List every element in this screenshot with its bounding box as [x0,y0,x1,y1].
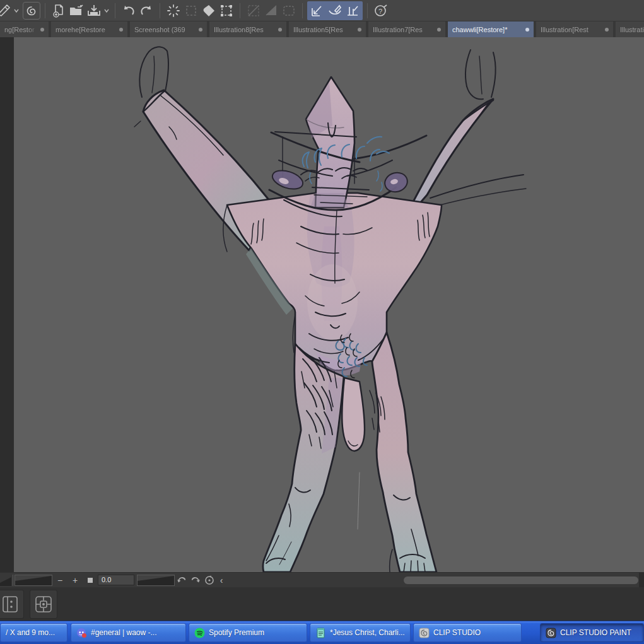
rotate-left-button[interactable] [175,573,189,587]
toolbar-separator [302,3,303,18]
toolbar-separator [367,3,368,18]
drawing-canvas[interactable] [14,37,644,572]
snap-to-special-ruler-button[interactable] [326,2,344,20]
horizontal-scrollbar[interactable] [404,577,638,584]
save-button[interactable] [85,2,103,20]
clip-studio-paint-window: ? ng[Restor morehe[Restore Screenshot (3… [0,0,644,644]
document-tab[interactable]: Illustration8[Res [209,21,286,37]
fit-to-screen-button[interactable] [88,578,93,583]
chevron-down-icon[interactable] [13,2,20,20]
left-panel-edge [0,37,14,572]
unsaved-dot-icon [358,28,361,32]
taskbar-item-clip-studio-paint[interactable]: CLIP STUDIO PAINT [540,623,644,642]
taskbar-item-browser[interactable]: / X and 9 mo... [0,623,67,642]
unsaved-dot-icon [40,28,44,32]
spotify-icon [194,628,205,638]
snap-button-group [307,1,363,20]
frame-border-button[interactable] [280,2,298,20]
zoom-out-button[interactable]: − [52,575,67,585]
transform-button[interactable] [218,2,235,20]
taskbar-item-clip-studio[interactable]: CLIP STUDIO [413,623,522,642]
unsaved-dot-icon [119,28,123,32]
open-file-button[interactable] [67,2,85,20]
toolbar-separator [240,3,240,18]
palette-dock-row [0,587,644,621]
document-tab[interactable]: ng[Restor [0,21,49,37]
clip-studio-paint-icon [546,628,556,638]
taskbar-item-notepad[interactable]: *Jesus Christ, Charli... [310,623,411,642]
palette-dock-toggle-button[interactable] [0,590,24,619]
unsaved-dot-icon [605,28,609,32]
deselect-button[interactable] [165,2,182,20]
scrollbar-corner [639,573,644,587]
statusbar-separator [13,575,13,586]
snap-to-ruler-button[interactable] [308,2,326,20]
clip-studio-icon [419,628,430,638]
reselect-button[interactable] [182,2,200,20]
document-tab[interactable]: morehe[Restore [51,21,127,37]
help-button[interactable]: ? [372,2,390,20]
figure-sketch [14,37,644,572]
discord-icon [76,628,87,638]
unsaved-dot-icon [278,28,282,32]
unsaved-dot-icon [199,28,202,32]
document-tab[interactable]: Illustration7[Res [368,21,445,37]
collapse-chevron-icon[interactable]: ‹ [216,575,226,585]
unsaved-dot-icon [525,28,529,32]
windows-taskbar: / X and 9 mo... #general | waow -... Spo… [0,621,644,644]
document-tab-active[interactable]: chawwli[Restore]* [448,21,534,37]
reset-rotation-button[interactable] [202,573,216,587]
object-tool-button[interactable] [0,2,13,20]
toolbar-separator [45,3,45,18]
document-tab[interactable]: Illustration[Rest [536,21,613,37]
document-tab[interactable]: Illustratio [616,21,644,37]
new-document-button[interactable] [50,2,67,20]
undo-button[interactable] [120,2,138,20]
notepad-icon [315,628,326,638]
canvas-statusbar: − + 0.0 ‹ [0,572,644,587]
zoom-in-button[interactable]: + [67,575,83,585]
ruler-button[interactable] [245,2,262,20]
clip-studio-logo-button[interactable] [23,2,40,20]
command-toolbar: ? [0,0,644,21]
unsaved-dot-icon [437,28,441,32]
document-tabbar: ng[Restor morehe[Restore Screenshot (369… [0,21,644,37]
taskbar-item-spotify[interactable]: Spotify Premium [189,623,307,642]
taskbar-item-discord[interactable]: #general | waow -... [71,623,186,642]
gradient-button[interactable] [262,2,280,20]
fill-button[interactable] [200,2,218,20]
zoom-slider[interactable] [15,575,52,586]
rotation-slider[interactable] [137,575,175,586]
svg-text:?: ? [378,7,382,15]
reference-navigator-button[interactable] [30,590,57,619]
document-tab[interactable]: Illustration5[Res [289,21,366,37]
toolbar-separator [160,3,160,18]
rotation-angle-field[interactable]: 0.0 [98,575,134,585]
redo-button[interactable] [138,2,155,20]
toolbar-separator [115,3,115,18]
rotate-right-button[interactable] [189,573,202,587]
snap-to-grid-button[interactable] [344,2,361,20]
slider-edge-fragment [0,575,11,586]
document-tab[interactable]: Screenshot (369 [130,21,207,37]
chevron-down-icon[interactable] [103,2,110,20]
canvas-workspace [0,37,644,572]
